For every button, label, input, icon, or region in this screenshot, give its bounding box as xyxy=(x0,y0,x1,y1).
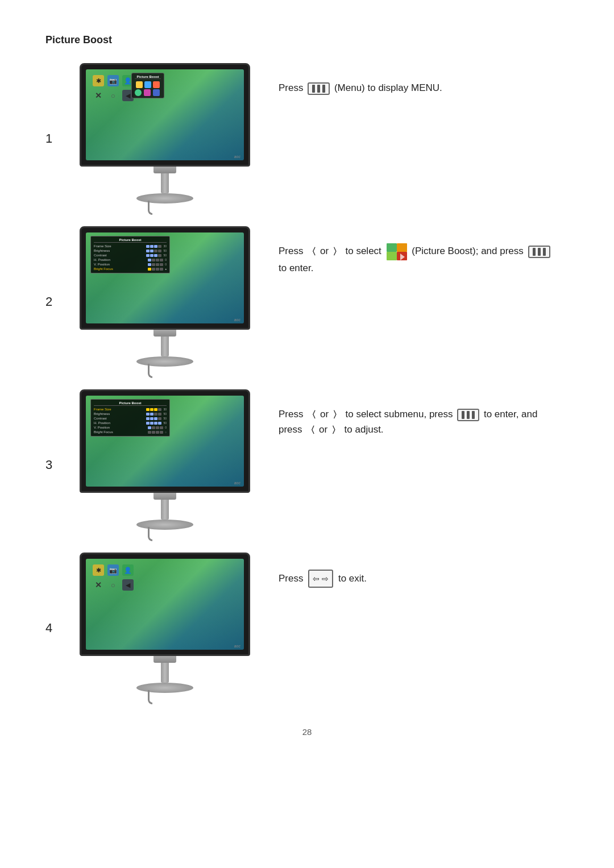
instr-3-submenu: to select submenu, press xyxy=(346,409,456,420)
cable-2 xyxy=(148,364,152,378)
osd-icon-2 xyxy=(144,81,151,88)
instr-3-press: Press xyxy=(279,409,306,420)
exit-button-4: ⇦ ⇨ xyxy=(308,570,333,588)
stand-base-4 xyxy=(136,683,193,693)
icon-o-4: ○ xyxy=(107,579,119,591)
monitor-display-1: ✱ 📷 👤 ✕ ○ ◀ Picture Boost xyxy=(80,63,250,215)
menu-button-2 xyxy=(528,246,550,258)
step-number-2: 2 xyxy=(45,226,74,309)
instruction-2: Press 〈 or 〉 to select (Picture Boost); xyxy=(256,226,569,287)
row-label-3: Contrast xyxy=(94,254,107,257)
step-number-1: 1 xyxy=(45,63,74,146)
monitor-2: Picture Boost Frame Size 30 xyxy=(74,226,256,378)
monitor-1: ✱ 📷 👤 ✕ ○ ◀ Picture Boost xyxy=(74,63,256,215)
instr-3-or2: or xyxy=(319,424,330,435)
instr-1-text: (Menu) to display MENU. xyxy=(334,82,442,93)
row-label-4: H. Position xyxy=(94,258,110,261)
v3-row-4: H. Position xyxy=(94,421,110,425)
row-label-6: Bright Focus xyxy=(94,267,113,271)
screen-2: Picture Boost Frame Size 30 xyxy=(86,232,244,323)
pic-boost-icon-2 xyxy=(387,243,407,260)
cable-1 xyxy=(148,201,152,215)
aoc-logo-4: aoc xyxy=(234,644,240,648)
stand-neck-4 xyxy=(161,663,169,683)
aoc-logo-1: aoc xyxy=(234,155,240,159)
v3-row-2: Brightness xyxy=(94,412,110,416)
instr-2-pic-boost-text: (Picture Boost); and press xyxy=(412,246,526,256)
stand-neck-3 xyxy=(161,500,169,520)
stand-top-4 xyxy=(154,656,176,663)
icon-star: ✱ xyxy=(93,75,104,86)
osd-v2-title: Picture Boost xyxy=(94,238,167,243)
instr-2-press: Press xyxy=(279,246,306,256)
instr-2-or1: or xyxy=(320,246,331,256)
instr-3-or1: or xyxy=(320,409,331,420)
chevron-right-3b: 〉 xyxy=(331,423,341,438)
stand-top-1 xyxy=(154,167,176,173)
cable-3 xyxy=(148,527,152,541)
step-row-3: 3 Picture Boost Frame Size xyxy=(45,389,569,541)
step-row-2: 2 Picture Boost Frame Size xyxy=(45,226,569,378)
svg-rect-0 xyxy=(387,243,397,252)
screen-outer-1: ✱ 📷 👤 ✕ ○ ◀ Picture Boost xyxy=(80,63,250,167)
icon-camera: 📷 xyxy=(107,75,119,86)
osd-icon-3 xyxy=(153,81,160,88)
osd-icon-6 xyxy=(153,89,160,96)
row-label-5: V. Position xyxy=(94,263,110,266)
monitor-4: ✱ 📷 👤 ✕ ○ ◀ aoc xyxy=(74,553,256,704)
icon-camera-4: 📷 xyxy=(107,564,119,576)
osd-menu-3: Picture Boost Frame Size 30 xyxy=(90,399,170,437)
stand-base-1 xyxy=(136,193,193,203)
screen-outer-4: ✱ 📷 👤 ✕ ○ ◀ aoc xyxy=(80,553,250,656)
icon-o: ○ xyxy=(107,90,119,101)
stand-neck-2 xyxy=(161,337,169,356)
instruction-1: Press (Menu) to display MENU. xyxy=(256,63,569,107)
svg-rect-2 xyxy=(387,252,397,260)
chevron-right-3a: 〉 xyxy=(333,408,342,422)
row-label-1: Frame Size xyxy=(94,244,111,248)
chevron-left-2a: 〈 xyxy=(307,244,316,259)
menu-button-1 xyxy=(308,82,330,95)
instr-2-select: to select xyxy=(346,246,384,256)
monitor-display-2: Picture Boost Frame Size 30 xyxy=(80,226,250,378)
screen-4: ✱ 📷 👤 ✕ ○ ◀ aoc xyxy=(86,559,244,650)
instruction-4: Press ⇦ ⇨ to exit. xyxy=(256,553,569,599)
osd-icon-4 xyxy=(135,89,142,96)
screen-outer-3: Picture Boost Frame Size 30 xyxy=(80,389,250,493)
osd-menu-2: Picture Boost Frame Size 30 xyxy=(90,236,170,273)
osd-icon-5 xyxy=(144,89,151,96)
stand-top-3 xyxy=(154,493,176,500)
chevron-left-3b: 〈 xyxy=(306,423,315,438)
instruction-3: Press 〈 or 〉 to select submenu, press to… xyxy=(256,389,569,449)
osd-v3-title: Picture Boost xyxy=(94,401,167,406)
monitor-display-4: ✱ 📷 👤 ✕ ○ ◀ aoc xyxy=(80,553,250,704)
step-row-1: 1 ✱ 📷 👤 ✕ xyxy=(45,63,569,215)
icon-star-4: ✱ xyxy=(93,564,104,576)
stand-neck-1 xyxy=(161,173,169,193)
exit-icon-left: ⇦ xyxy=(313,572,320,585)
page-number: 28 xyxy=(45,727,569,737)
osd-popup-title: Picture Boost xyxy=(135,75,161,79)
desktop-icons-4: ✱ 📷 👤 ✕ ○ ◀ xyxy=(93,564,135,592)
stand-top-2 xyxy=(154,330,176,337)
v3-row-1: Frame Size xyxy=(94,408,111,411)
icon-x: ✕ xyxy=(93,90,104,101)
monitor-display-3: Picture Boost Frame Size 30 xyxy=(80,389,250,541)
instr-2-enter: to enter. xyxy=(279,263,313,273)
osd-popup-1: Picture Boost xyxy=(131,73,164,98)
icon-person-4: 👤 xyxy=(122,564,134,576)
instr-4-exit: to exit. xyxy=(338,573,367,584)
v3-row-3: Contrast xyxy=(94,417,107,420)
step-number-3: 3 xyxy=(45,389,74,472)
steps-container: 1 ✱ 📷 👤 ✕ xyxy=(45,63,569,716)
monitor-3: Picture Boost Frame Size 30 xyxy=(74,389,256,541)
chevron-left-3a: 〈 xyxy=(307,408,316,422)
screen-3: Picture Boost Frame Size 30 xyxy=(86,396,244,487)
cable-4 xyxy=(148,690,152,704)
menu-button-3 xyxy=(457,409,479,421)
instr-4-press: Press xyxy=(279,573,306,584)
step-number-4: 4 xyxy=(45,553,74,636)
step-row-4: 4 ✱ 📷 👤 ✕ xyxy=(45,553,569,704)
screen-outer-2: Picture Boost Frame Size 30 xyxy=(80,226,250,330)
stand-base-3 xyxy=(136,520,193,530)
